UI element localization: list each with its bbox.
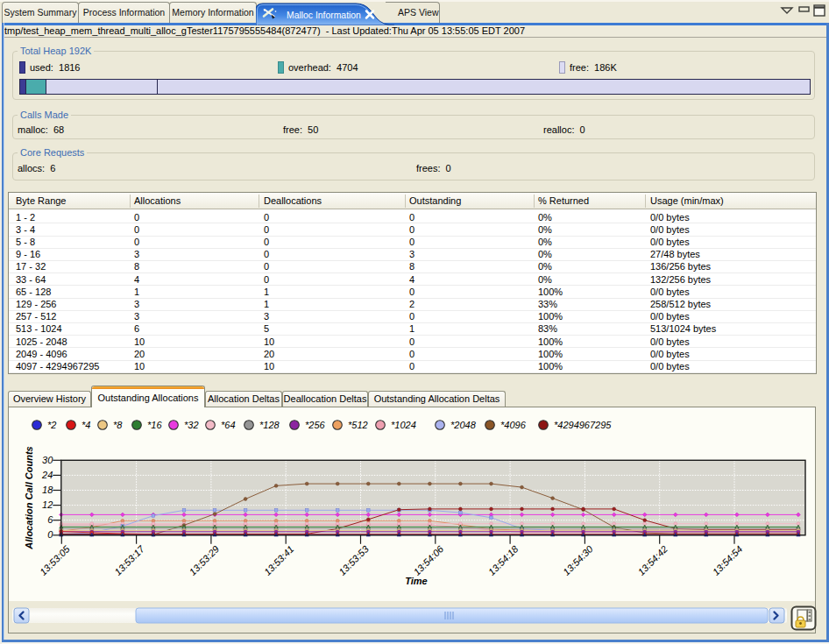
svg-text:Malloc Information: Malloc Information bbox=[287, 11, 361, 20]
